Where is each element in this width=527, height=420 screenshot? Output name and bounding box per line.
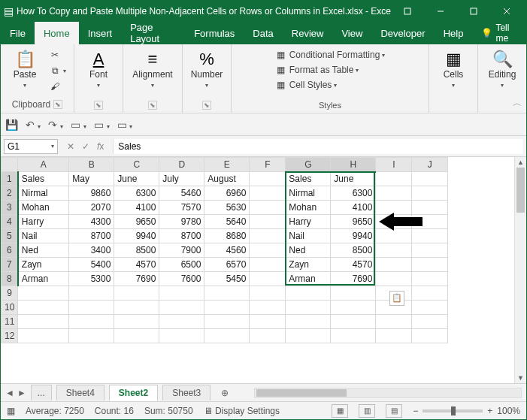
cell-A3[interactable]: Mohan <box>18 201 69 215</box>
paste-options-button[interactable]: 📋 <box>389 291 404 306</box>
cell-G8[interactable]: Arman <box>286 272 331 286</box>
cell-B1[interactable]: May <box>69 172 114 186</box>
cell-D12[interactable] <box>159 329 204 343</box>
cell-C9[interactable] <box>114 286 159 301</box>
view-pagebreak-button[interactable]: ▤ <box>386 404 402 418</box>
cell-E3[interactable]: 5630 <box>204 201 250 215</box>
cell-G3[interactable]: Mohan <box>286 201 331 215</box>
cell-G9[interactable] <box>286 286 331 301</box>
cell-F10[interactable] <box>250 301 286 315</box>
cell-E6[interactable]: 4560 <box>204 243 250 258</box>
cell-C4[interactable]: 9650 <box>114 215 159 229</box>
cell-J1[interactable] <box>412 172 448 186</box>
tab-page-layout[interactable]: Page Layout <box>121 22 185 44</box>
col-header-E[interactable]: E <box>204 158 250 172</box>
row-header-6[interactable]: 6 <box>2 243 18 258</box>
tab-home[interactable]: Home <box>35 22 79 44</box>
window-restore-button[interactable] <box>391 1 424 22</box>
cell-J12[interactable] <box>412 329 448 343</box>
vertical-scrollbar[interactable]: ▲ ▼ <box>514 157 526 383</box>
cell-E8[interactable]: 5450 <box>204 272 250 286</box>
paste-button[interactable]: 📋Paste▾ <box>7 47 43 90</box>
cell-I11[interactable] <box>376 315 412 329</box>
zoom-out-button[interactable]: − <box>413 406 418 416</box>
cell-G4[interactable]: Harry <box>286 215 331 229</box>
cell-I5[interactable] <box>376 229 412 243</box>
cells-button[interactable]: ▦Cells▾ <box>435 47 471 90</box>
tab-insert[interactable]: Insert <box>79 22 122 44</box>
tab-review[interactable]: Review <box>283 22 333 44</box>
cell-B10[interactable] <box>69 301 114 315</box>
cell-F8[interactable] <box>250 272 286 286</box>
cell-E7[interactable]: 6570 <box>204 258 250 272</box>
cell-D1[interactable]: July <box>159 172 204 186</box>
row-header-7[interactable]: 7 <box>2 258 18 272</box>
cell-G12[interactable] <box>286 329 331 343</box>
view-layout-button[interactable]: ▥ <box>359 404 375 418</box>
cell-E11[interactable] <box>204 315 250 329</box>
qat-btn3[interactable]: ▭ ▾ <box>117 119 133 131</box>
cell-B3[interactable]: 2070 <box>69 201 114 215</box>
format-painter-button[interactable]: 🖌 <box>47 79 68 94</box>
tab-data[interactable]: Data <box>244 22 282 44</box>
window-minimize-button[interactable] <box>424 1 457 22</box>
zoom-slider[interactable] <box>423 409 483 412</box>
tab-formulas[interactable]: Formulas <box>185 22 244 44</box>
col-header-B[interactable]: B <box>69 158 114 172</box>
col-header-C[interactable]: C <box>114 158 159 172</box>
col-header-A[interactable]: A <box>18 158 69 172</box>
cancel-icon[interactable]: ✕ <box>67 141 74 152</box>
new-sheet-button[interactable]: ⊕ <box>215 388 235 398</box>
cell-E5[interactable]: 8680 <box>204 229 250 243</box>
cell-C3[interactable]: 4100 <box>114 201 159 215</box>
cell-H4[interactable]: 9650 <box>331 215 376 229</box>
col-header-F[interactable]: F <box>250 158 286 172</box>
tab-view[interactable]: View <box>332 22 371 44</box>
sheet-tab-more[interactable]: ... <box>31 385 52 400</box>
undo-icon[interactable]: ↶ ▾ <box>26 119 41 131</box>
cell-B12[interactable] <box>69 329 114 343</box>
cell-B2[interactable]: 9860 <box>69 186 114 201</box>
window-close-button[interactable] <box>490 1 523 22</box>
collapse-ribbon-icon[interactable]: ︿ <box>513 97 522 110</box>
cell-J7[interactable] <box>412 258 448 272</box>
cell-F12[interactable] <box>250 329 286 343</box>
display-settings-button[interactable]: 🖥 Display Settings <box>204 406 280 416</box>
cell-A4[interactable]: Harry <box>18 215 69 229</box>
alignment-launcher[interactable]: ⬊ <box>148 101 157 110</box>
horizontal-scrollbar[interactable] <box>254 388 522 398</box>
row-header-9[interactable]: 9 <box>2 286 18 301</box>
cell-C2[interactable]: 6300 <box>114 186 159 201</box>
alignment-button[interactable]: ≡Alignment▾ <box>129 47 176 90</box>
cell-D5[interactable]: 8700 <box>159 229 204 243</box>
cell-E12[interactable] <box>204 329 250 343</box>
cell-A11[interactable] <box>18 315 69 329</box>
cell-A6[interactable]: Ned <box>18 243 69 258</box>
cell-H6[interactable]: 8500 <box>331 243 376 258</box>
cell-D2[interactable]: 5460 <box>159 186 204 201</box>
row-header-11[interactable]: 11 <box>2 315 18 329</box>
format-as-table-button[interactable]: ▦Format as Table ▾ <box>274 62 361 77</box>
cell-C12[interactable] <box>114 329 159 343</box>
cell-J11[interactable] <box>412 315 448 329</box>
cell-B5[interactable]: 8700 <box>69 229 114 243</box>
font-button[interactable]: AFont▾ <box>80 47 117 90</box>
tell-me[interactable]: 💡Tell me <box>472 22 526 44</box>
sheet-tab-sheet4[interactable]: Sheet4 <box>56 385 104 400</box>
cell-A10[interactable] <box>18 301 69 315</box>
cell-C8[interactable]: 7690 <box>114 272 159 286</box>
cell-J8[interactable] <box>412 272 448 286</box>
cell-I3[interactable] <box>376 201 412 215</box>
cell-F9[interactable] <box>250 286 286 301</box>
row-header-3[interactable]: 3 <box>2 201 18 215</box>
clipboard-launcher[interactable]: ⬊ <box>53 100 62 109</box>
cell-C5[interactable]: 9940 <box>114 229 159 243</box>
cell-D10[interactable] <box>159 301 204 315</box>
cell-A8[interactable]: Arman <box>18 272 69 286</box>
cell-C6[interactable]: 8500 <box>114 243 159 258</box>
cell-D6[interactable]: 7900 <box>159 243 204 258</box>
cell-J3[interactable] <box>412 201 448 215</box>
cell-H1[interactable]: June <box>331 172 376 186</box>
window-maximize-button[interactable] <box>457 1 490 22</box>
cell-F11[interactable] <box>250 315 286 329</box>
